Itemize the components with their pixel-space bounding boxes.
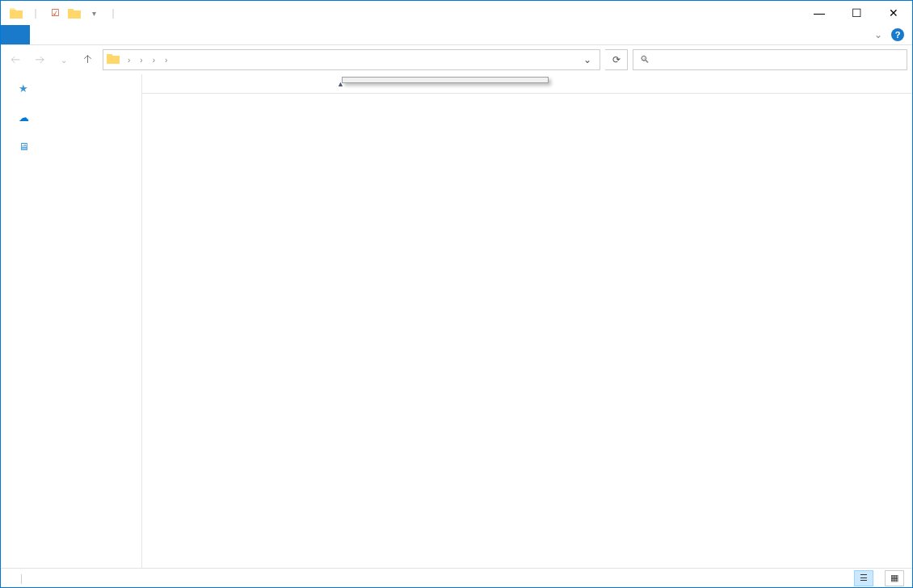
help-button[interactable]: ? [888, 25, 907, 44]
close-button[interactable]: ✕ [875, 1, 912, 25]
help-icon: ? [891, 28, 904, 41]
recent-dropdown-icon[interactable]: ⌄ [54, 50, 74, 69]
tab-home[interactable] [30, 25, 53, 44]
ribbon-collapse-icon[interactable]: ⌄ [869, 25, 888, 44]
maximize-button[interactable]: ☐ [838, 1, 875, 25]
folder-icon [107, 52, 121, 67]
address-dropdown-icon[interactable]: ⌄ [579, 54, 596, 65]
tab-view[interactable] [75, 25, 98, 44]
navigation-pane[interactable]: ★ ☁ 🖥 [1, 74, 142, 568]
status-bar: | ☰ ▦ [1, 568, 912, 587]
nav-onedrive[interactable]: ☁ [1, 108, 141, 126]
star-icon: ★ [17, 82, 30, 94]
divider-icon: | [27, 4, 44, 22]
file-list: ▲ [142, 74, 912, 568]
view-large-button[interactable]: ▦ [885, 570, 904, 586]
crumb-this-pc[interactable]: › [133, 56, 145, 65]
qat-dropdown-icon[interactable]: ▾ [85, 4, 103, 22]
up-button[interactable]: 🡡 [78, 50, 98, 69]
ribbon-tabs: ⌄ ? [1, 25, 912, 45]
nav-this-pc[interactable]: 🖥 [1, 137, 141, 155]
crumb-local-disk[interactable]: › [146, 56, 158, 65]
quick-access-toolbar: | ☑ ▾ | [1, 4, 122, 22]
folder-small-icon[interactable] [65, 4, 83, 22]
file-tab[interactable] [1, 25, 30, 44]
search-icon: 🔍︎ [640, 54, 650, 65]
crumb-program-files[interactable]: › [158, 56, 170, 65]
refresh-button[interactable]: ⟳ [605, 49, 628, 70]
breadcrumb-bar[interactable]: › › › › ⌄ [103, 49, 600, 70]
tab-share[interactable] [53, 25, 75, 44]
window-controls: ― ☐ ✕ [801, 1, 912, 25]
search-box[interactable]: 🔍︎ [633, 49, 907, 70]
search-input[interactable] [656, 54, 900, 65]
properties-icon[interactable]: ☑ [46, 4, 64, 22]
address-bar-row: 🡠 🡢 ⌄ 🡡 › › › › ⌄ ⟳ 🔍︎ [1, 45, 912, 74]
title-bar: | ☑ ▾ | ― ☐ ✕ [1, 1, 912, 25]
context-menu [342, 77, 549, 83]
view-details-button[interactable]: ☰ [854, 570, 873, 586]
file-list-body[interactable] [142, 94, 912, 568]
status-selected [34, 573, 40, 584]
folder-icon [7, 4, 25, 22]
crumb-sep[interactable]: › [124, 56, 133, 65]
cloud-icon: ☁ [17, 111, 30, 124]
forward-button[interactable]: 🡢 [30, 50, 49, 69]
pc-icon: 🖥 [17, 140, 30, 153]
column-name[interactable]: ▲ [142, 80, 352, 88]
nav-quick-access[interactable]: ★ [1, 79, 141, 97]
minimize-button[interactable]: ― [801, 1, 838, 25]
back-button[interactable]: 🡠 [6, 50, 25, 69]
divider-icon: | [104, 4, 122, 22]
